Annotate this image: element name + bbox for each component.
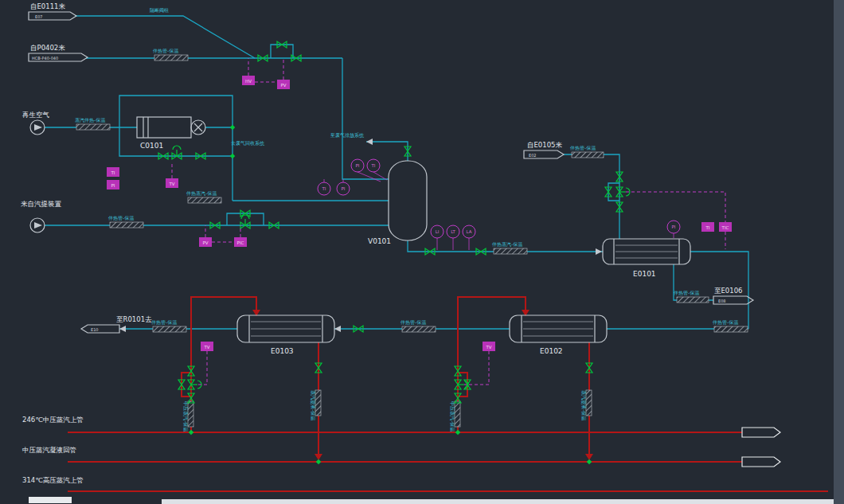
line-class-label: 伴热管-保温 — [570, 145, 596, 151]
instrument-tag: PV — [280, 83, 286, 88]
line-class-label: 中压蒸汽-保温 — [450, 401, 455, 432]
line-class-label: 蒸汽凝液-保温 — [580, 390, 587, 420]
line-class-label: 伴热管-保温 — [674, 290, 699, 296]
instrument-tag: PI — [672, 225, 676, 229]
header-label: 中压蒸汽凝液回管 — [22, 446, 76, 454]
instrument-tag: PI — [356, 163, 360, 168]
instrument-tag: TI — [322, 186, 326, 191]
line-class-label: 伴热管-保温 — [153, 48, 178, 54]
instrument-tag: PV — [202, 240, 208, 245]
horizontal-scrollbar[interactable] — [162, 499, 834, 504]
equipment-label: V0101 — [368, 237, 391, 245]
instrument-tag: LI — [436, 229, 440, 234]
source-label: 自E0111来 — [30, 2, 66, 10]
line-class-label: 伴热蒸汽-保温 — [186, 190, 217, 197]
line-tag: E10 — [91, 327, 99, 332]
instrument-tag: TV — [203, 345, 209, 350]
instrument-tag: TV — [485, 345, 491, 350]
line-class-label: 伴热管-保温 — [151, 319, 177, 326]
line-label: 隔断阀组 — [150, 7, 169, 14]
instrument-tag: LT — [451, 229, 455, 234]
header-label: 246℃中压蒸汽上管 — [22, 416, 84, 424]
cad-canvas[interactable]: C0101 V0101 E0101 E0102 E0103 自E0111来 E0… — [0, 0, 844, 504]
line-class-label: 伴热管-保温 — [108, 215, 134, 221]
instrument-tag: TIC — [721, 225, 729, 230]
line-label: 至废气排放系统 — [330, 132, 365, 139]
line-class-label: 伴热蒸汽-保温 — [492, 241, 522, 248]
line-tag: E08 — [718, 299, 726, 303]
destination-label: 至E0106 — [714, 287, 743, 295]
line-class-label: 伴热管-保温 — [401, 319, 426, 326]
instrument-tag: TI — [705, 225, 710, 230]
line-tag: E02 — [529, 153, 537, 158]
header-label: 314℃高压蒸汽上管 — [22, 476, 84, 484]
instrument-tag: PIC — [237, 240, 244, 245]
instrument-tag: HV — [245, 79, 252, 84]
line-class-label: 蒸汽伴热-保温 — [75, 117, 105, 123]
line-tag: HCB-P40-040 — [32, 56, 58, 61]
right-panel-edge — [834, 0, 844, 504]
partial-flag — [29, 497, 72, 503]
source-label: 自P0402来 — [30, 44, 65, 52]
line-class-label: 中压蒸汽-保温 — [183, 401, 189, 432]
instrument-tag: TV — [168, 182, 174, 186]
destination-label: 至R0101去 — [116, 315, 152, 323]
instrument-tag: PI — [111, 183, 115, 188]
equipment-label: E0103 — [271, 347, 294, 355]
equipment-label: E0101 — [633, 270, 656, 278]
source-label: 再生空气 — [22, 111, 50, 119]
instrument-tag: TI — [111, 170, 115, 175]
instrument-tag: PI — [342, 186, 346, 191]
line-label: 去废气回收系统 — [231, 140, 265, 147]
instrument-tag: TI — [371, 163, 376, 168]
line-class-label: 伴热管-保温 — [713, 319, 738, 326]
source-label: 来自汽提装置 — [21, 200, 62, 208]
source-label: 自E0105来 — [527, 141, 563, 149]
equipment-label: C0101 — [140, 142, 163, 150]
line-tag: E07 — [35, 14, 43, 19]
instrument-tag: LA — [467, 229, 472, 234]
line-class-label: 蒸汽凝液-保温 — [310, 390, 316, 420]
equipment-label: E0102 — [540, 347, 563, 355]
